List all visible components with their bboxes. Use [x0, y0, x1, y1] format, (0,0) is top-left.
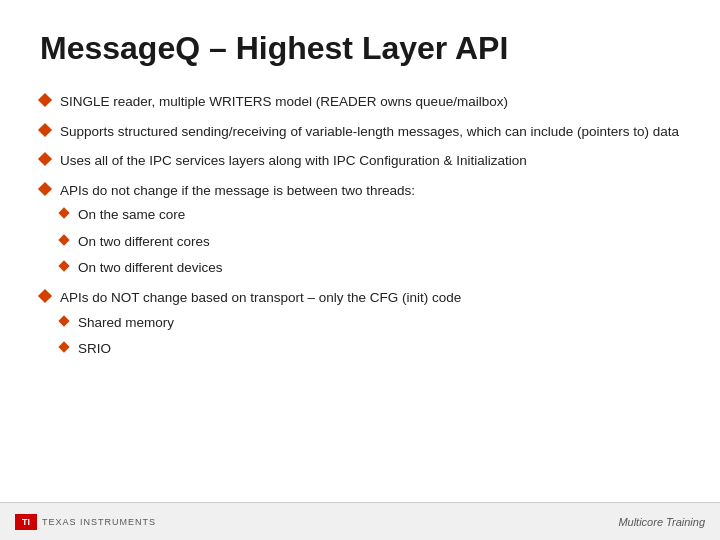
bullet-diamond-icon-1 — [38, 93, 52, 107]
bullet-text-2: Supports structured sending/receiving of… — [60, 122, 679, 142]
footer-left: TI TEXAS INSTRUMENTS — [15, 514, 156, 530]
content-area: SINGLE reader, multiple WRITERS model (R… — [40, 92, 680, 490]
bullet-text-5: APIs do NOT change based on transport – … — [60, 288, 461, 308]
sub-bullet-item-4c: On two different devices — [60, 258, 680, 278]
sub-bullets-5: Shared memory SRIO — [60, 313, 680, 359]
sub-bullet-diamond-icon-4a — [58, 208, 69, 219]
sub-bullet-item-5a: Shared memory — [60, 313, 680, 333]
sub-bullet-item-4a: On the same core — [60, 205, 680, 225]
slide-title: MessageQ – Highest Layer API — [40, 30, 680, 67]
ti-logo-box: TI — [15, 514, 37, 530]
bullet-diamond-icon-2 — [38, 122, 52, 136]
bullet-item-4: APIs do not change if the message is bet… — [40, 181, 680, 201]
footer: TI TEXAS INSTRUMENTS Multicore Training — [0, 502, 720, 540]
sub-bullets-4: On the same core On two different cores … — [60, 205, 680, 278]
sub-bullet-diamond-icon-5a — [58, 315, 69, 326]
sub-bullet-text-5a: Shared memory — [78, 313, 174, 333]
sub-bullet-text-4b: On two different cores — [78, 232, 210, 252]
sub-bullet-item-5b: SRIO — [60, 339, 680, 359]
bullet-diamond-icon-3 — [38, 152, 52, 166]
sub-bullet-diamond-icon-4b — [58, 234, 69, 245]
bullet-item-3: Uses all of the IPC services layers alon… — [40, 151, 680, 171]
sub-bullet-diamond-icon-4c — [58, 261, 69, 272]
bullet-item-5: APIs do NOT change based on transport – … — [40, 288, 680, 308]
sub-bullet-item-4b: On two different cores — [60, 232, 680, 252]
sub-bullet-diamond-icon-5b — [58, 341, 69, 352]
sub-bullet-text-4c: On two different devices — [78, 258, 223, 278]
bullet-diamond-icon-4 — [38, 182, 52, 196]
footer-branding: Multicore Training — [618, 516, 705, 528]
bullet-item-1: SINGLE reader, multiple WRITERS model (R… — [40, 92, 680, 112]
ti-logo: TI TEXAS INSTRUMENTS — [15, 514, 156, 530]
ti-logo-abbreviation: TI — [22, 517, 30, 527]
bullet-text-4: APIs do not change if the message is bet… — [60, 181, 415, 201]
ti-company-name: TEXAS INSTRUMENTS — [42, 517, 156, 527]
sub-bullet-text-4a: On the same core — [78, 205, 185, 225]
bullet-item-2: Supports structured sending/receiving of… — [40, 122, 680, 142]
bullet-group-4: APIs do not change if the message is bet… — [40, 181, 680, 278]
sub-bullet-text-5b: SRIO — [78, 339, 111, 359]
slide: MessageQ – Highest Layer API SINGLE read… — [0, 0, 720, 540]
bullet-text-1: SINGLE reader, multiple WRITERS model (R… — [60, 92, 508, 112]
bullet-text-3: Uses all of the IPC services layers alon… — [60, 151, 527, 171]
bullet-diamond-icon-5 — [38, 289, 52, 303]
bullet-group-5: APIs do NOT change based on transport – … — [40, 288, 680, 359]
